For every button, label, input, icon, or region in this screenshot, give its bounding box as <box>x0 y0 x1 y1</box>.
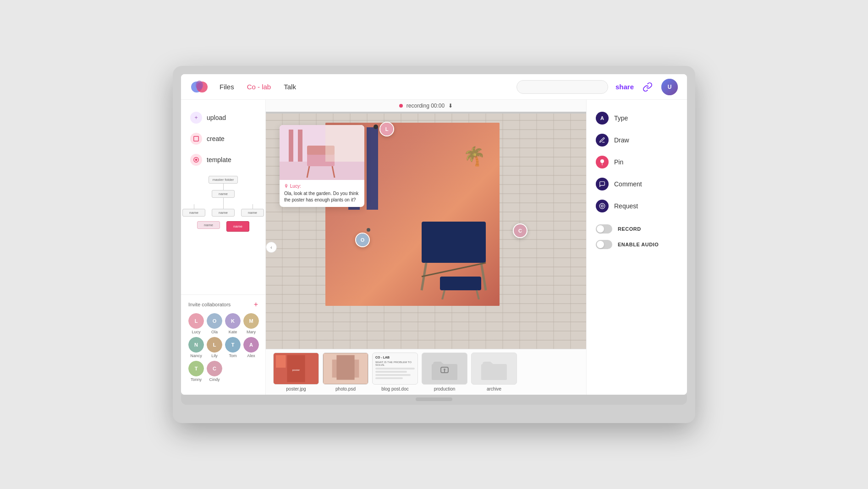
collab-grid: L Lucy O Ola K <box>188 313 258 382</box>
svg-rect-7 <box>422 222 486 256</box>
file-production[interactable]: production <box>422 353 467 391</box>
collab-header: Invite collaborators + <box>188 300 258 309</box>
photo-name: photo.psd <box>335 386 356 391</box>
collab-title: Invite collaborators <box>188 302 231 307</box>
collab-lucy: L Lucy <box>188 313 204 334</box>
cursor-avatar-2: O <box>355 233 370 247</box>
master-folder[interactable]: master folder <box>209 176 238 184</box>
svg-point-33 <box>444 369 445 370</box>
comment-label: Comment <box>614 180 642 188</box>
tool-draw[interactable]: Draw <box>587 129 687 151</box>
file-poster[interactable]: poster poster.jpg <box>273 353 319 391</box>
link-icon[interactable] <box>641 81 654 93</box>
svg-rect-21 <box>298 130 302 162</box>
recording-bar: recording 00:00 ⬇ <box>266 100 586 112</box>
svg-rect-29 <box>336 355 354 380</box>
svg-rect-10 <box>440 277 481 290</box>
cursor-dot-1 <box>374 125 378 129</box>
audio-toggle[interactable] <box>596 240 612 249</box>
nav-colab[interactable]: Co - lab <box>247 83 271 91</box>
collapse-arrow[interactable]: ‹ <box>266 242 277 253</box>
collab-mary: M Mary <box>243 313 259 334</box>
canvas-area[interactable]: recording 00:00 ⬇ <box>266 100 586 395</box>
laptop-base <box>181 395 687 405</box>
template-label: template <box>207 156 231 163</box>
svg-line-13 <box>422 263 486 277</box>
file-blog[interactable]: CO - LAB WHAT IS THE PROBLEM TO SOLVE. b… <box>372 353 418 391</box>
request-icon <box>596 200 609 212</box>
user-avatar-header[interactable]: U <box>661 79 678 95</box>
folder-node-2b[interactable]: name <box>212 209 235 217</box>
collab-cindy: C Cindy <box>207 361 222 382</box>
chat-body: 🎙 Lucy: Ola, look at the garden. Do you … <box>280 180 364 207</box>
toggle-record: RECORD <box>596 224 678 234</box>
sidebar-item-template[interactable]: template <box>181 149 265 170</box>
file-archive[interactable]: archive <box>471 353 517 391</box>
create-icon <box>190 133 202 145</box>
request-label: Request <box>614 202 638 210</box>
collab-alex: A Alex <box>243 337 259 358</box>
svg-line-11 <box>442 290 445 299</box>
folder-pink-1[interactable]: name <box>197 221 220 229</box>
draw-icon <box>596 134 609 147</box>
header-right: share U <box>516 79 678 95</box>
record-toggle[interactable] <box>596 224 612 234</box>
sidebar-item-upload[interactable]: + upload <box>181 107 265 128</box>
main-content: + upload create <box>181 100 687 395</box>
svg-point-34 <box>600 159 604 163</box>
sidebar: + upload create <box>181 100 266 395</box>
recording-label: recording 00:00 <box>407 103 445 109</box>
cursor-avatar-1: L <box>379 122 394 136</box>
upload-label: upload <box>207 114 226 121</box>
tool-pin[interactable]: Pin <box>587 151 687 173</box>
folder-tree: master folder name name <box>181 170 265 294</box>
search-bar[interactable] <box>516 80 608 94</box>
tool-request[interactable]: Request <box>587 195 687 217</box>
nav-files[interactable]: Files <box>220 83 234 91</box>
collab-nancy: N Nancy <box>188 337 204 358</box>
screen: Files Co - lab Talk share U <box>181 74 687 395</box>
header: Files Co - lab Talk share U <box>181 74 687 100</box>
file-photo[interactable]: photo.psd <box>323 353 368 391</box>
svg-rect-25 <box>276 355 286 368</box>
nav-links: Files Co - lab Talk <box>220 83 516 91</box>
svg-text:poster: poster <box>292 369 300 371</box>
recording-dot <box>399 104 403 108</box>
share-button[interactable]: share <box>615 83 634 91</box>
poster-name: poster.jpg <box>286 386 306 391</box>
logo[interactable] <box>190 78 209 96</box>
collab-kate: K Kate <box>225 313 241 334</box>
collab-tom: T Tom <box>225 337 241 358</box>
add-collaborator-button[interactable]: + <box>254 300 258 309</box>
folder-pink-2[interactable]: name <box>226 221 249 232</box>
collab-tonny: T Tonny <box>188 361 204 382</box>
svg-rect-22 <box>325 125 364 162</box>
folder-node-2a[interactable]: name <box>182 209 205 217</box>
blog-thumbnail: CO - LAB WHAT IS THE PROBLEM TO SOLVE. <box>372 353 418 385</box>
tool-type[interactable]: A Type <box>587 107 687 129</box>
tool-comment[interactable]: Comment <box>587 173 687 195</box>
archive-name: archive <box>487 386 501 391</box>
folder-node-2c[interactable]: name <box>241 209 264 217</box>
sidebar-item-create[interactable]: create <box>181 128 265 149</box>
toggle-section: RECORD ENABLE AUDIO <box>587 224 687 249</box>
folder-node-1[interactable]: name <box>212 190 235 198</box>
files-strip: poster poster.jpg <box>266 349 586 395</box>
cursor-avatar-3: C <box>513 223 527 238</box>
pin-label: Pin <box>614 158 623 166</box>
laptop-frame: Files Co - lab Talk share U <box>173 66 695 423</box>
archive-thumbnail <box>471 353 517 385</box>
create-label: create <box>207 135 225 142</box>
draw-label: Draw <box>614 136 629 144</box>
upload-icon: + <box>190 112 202 124</box>
type-icon: A <box>596 112 609 125</box>
template-icon <box>190 154 202 166</box>
download-icon[interactable]: ⬇ <box>448 103 453 109</box>
chat-message: Ola, look at the garden. Do you think th… <box>284 190 360 203</box>
chat-popup: 🎙 Lucy: Ola, look at the garden. Do you … <box>280 125 364 207</box>
collab-ola: O Ola <box>207 313 222 334</box>
cursor-dot-2 <box>367 228 370 232</box>
production-thumbnail <box>422 353 467 385</box>
poster-thumbnail: poster <box>273 353 319 385</box>
nav-talk[interactable]: Talk <box>284 83 296 91</box>
